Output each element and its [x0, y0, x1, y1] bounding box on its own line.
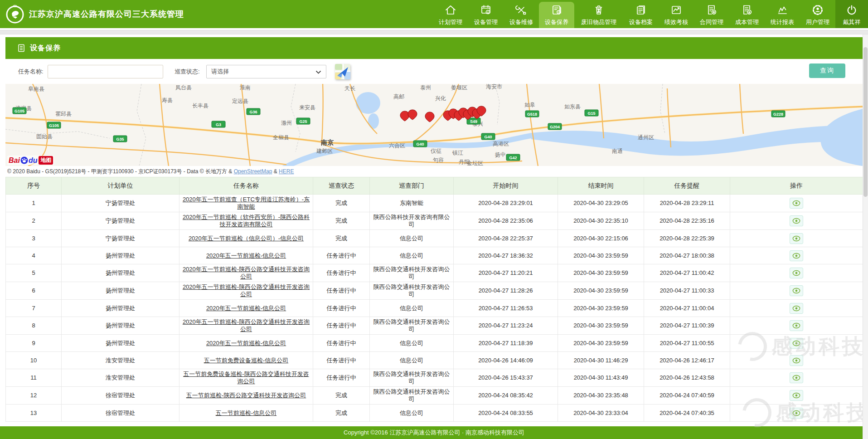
cell-status: 任务进行中	[313, 352, 370, 369]
view-button[interactable]	[790, 408, 803, 419]
gear-user-icon	[811, 3, 824, 17]
status-select[interactable]: 请选择	[206, 65, 326, 78]
vertical-scrollbar[interactable]	[863, 34, 868, 439]
baidu-paw-icon	[20, 156, 28, 164]
cell-start-time: 2020-04-26 15:43:37	[454, 369, 558, 387]
view-button[interactable]	[790, 390, 803, 401]
view-button[interactable]	[790, 372, 803, 383]
task-link[interactable]: 五一节前免费设备巡检-信息公司	[204, 357, 288, 364]
nav-item-device-repair[interactable]: 设备维修	[504, 0, 539, 28]
nav-item-device-management[interactable]: 设备管理	[468, 0, 504, 28]
nav-item-user-management[interactable]: 用户管理	[800, 0, 835, 28]
task-link[interactable]: 2020年五一节前巡检-陕西公路交通科技开发咨询公司	[183, 266, 310, 280]
table-row: 8扬州管理处2020年五一节前巡检-陕西公路交通科技开发咨询公司任务进行中陕西公…	[6, 317, 863, 335]
cell-start-time: 2020-04-27 11:20:21	[454, 264, 558, 282]
nav-item-device-maintenance[interactable]: 设备保养	[539, 2, 574, 28]
task-link[interactable]: 2020年五一节前巡检（信息公司）-信息公司	[189, 235, 304, 242]
view-button[interactable]	[790, 338, 803, 349]
view-button[interactable]	[790, 250, 803, 261]
road-shield: G105	[47, 122, 61, 128]
cell-remind-time: 2020-04-26 12:46:17	[644, 352, 730, 369]
cell-plan-unit: 徐宿管理处	[62, 387, 179, 405]
cell-status: 完成	[313, 230, 370, 247]
baidu-logo-map-tag: 地图	[39, 156, 53, 165]
task-link[interactable]: 2020年五一节前巡检-信息公司	[206, 305, 286, 312]
cell-plan-unit: 扬州管理处	[62, 282, 179, 300]
view-button[interactable]	[790, 320, 803, 331]
task-link[interactable]: 2020年五一节前巡检-信息公司	[206, 340, 286, 346]
nav-item-scrap-management[interactable]: 废旧物品管理	[574, 0, 623, 28]
cell-operation	[730, 405, 863, 422]
map-city-label: 通州区	[638, 134, 654, 141]
chart-box-icon	[669, 3, 683, 17]
cell-task-name: 五一节前巡检-陕西公路交通科技开发咨询公司	[179, 387, 313, 405]
cell-remind-time: 2020-04-28 22:35:16	[644, 212, 730, 230]
task-link[interactable]: 2020年五一节前巡检-陕西公路交通科技开发咨询公司	[183, 318, 310, 332]
map-city-label: 南京	[320, 139, 334, 146]
task-link[interactable]: 2020年五一节前巡查（ETC专用道江苏海岭）-东南智能	[183, 196, 310, 210]
cell-start-time: 2020-04-28 22:35:06	[454, 212, 558, 230]
cell-dept: 陕西公路交通科技开发咨询公司	[370, 369, 454, 387]
task-link[interactable]: 五一节前免费设备巡检-陕西公路交通科技开发咨询公司	[183, 371, 309, 385]
scrollbar-thumb[interactable]	[863, 47, 868, 197]
column-header: 开始时间	[454, 177, 558, 195]
calendar-gear-icon	[479, 3, 493, 17]
view-button[interactable]	[790, 355, 803, 366]
cell-operation	[730, 335, 863, 352]
cell-dept: 陕西公路交通科技开发咨询公司	[370, 282, 454, 300]
cell-dept: 信息公司	[370, 247, 454, 264]
here-link[interactable]: HERE	[279, 168, 294, 175]
map-locate-button[interactable]	[335, 63, 351, 80]
map-marker-pin[interactable]	[425, 112, 434, 122]
nav-item-plan-management[interactable]: 计划管理	[433, 0, 468, 28]
task-link[interactable]: 五一节前巡检-信息公司	[216, 410, 276, 416]
map-marker-pin[interactable]	[408, 110, 417, 120]
view-button[interactable]	[790, 285, 803, 296]
nav-item-contract-management[interactable]: 合同管理	[694, 0, 729, 28]
osm-link[interactable]: OpenStreetMap	[234, 168, 272, 175]
view-button[interactable]	[790, 233, 803, 244]
map-city-label: 金坛区	[466, 160, 483, 166]
svg-text:G25: G25	[299, 119, 307, 124]
nav-item-current-user[interactable]: 戴其祥	[835, 0, 868, 28]
task-link[interactable]: 2020年五一节前巡检-陕西公路交通科技开发咨询公司	[183, 283, 310, 298]
baidu-map[interactable]: 阜南县淮滨县霍邱县固始县凤台县淮南寿县长丰县定远县来安县滁州天长高邮兴化泰州姜堰…	[5, 84, 863, 166]
cell-remind-time: 2020-04-27 11:00:39	[644, 317, 730, 335]
query-button[interactable]: 查询	[809, 63, 845, 78]
map-city-label: 长丰县	[192, 102, 209, 109]
table-row: 9扬州管理处2020年五一节前巡检-信息公司任务进行中信息公司2020-04-2…	[6, 335, 863, 352]
nav-item-statistics-report[interactable]: 统计报表	[765, 0, 800, 28]
view-button[interactable]	[790, 215, 803, 226]
cell-status: 任务进行中	[313, 317, 370, 335]
task-name-input[interactable]	[48, 65, 163, 78]
road-shield: G25	[296, 118, 310, 124]
view-button[interactable]	[790, 198, 803, 209]
task-link[interactable]: 2020年五一节前巡检（软件西安所）-陕西公路科技开发咨询有限公司	[183, 214, 310, 228]
cell-task-name: 2020年五一节前巡检（信息公司）-信息公司	[179, 230, 313, 247]
cell-dept: 信息公司	[370, 405, 454, 422]
map-city-label: 阜南县	[28, 86, 44, 92]
cell-task-name: 2020年五一节前巡检-信息公司	[179, 300, 313, 317]
cell-end-time: 2020-04-30 23:59:59	[558, 300, 644, 317]
cell-operation	[730, 195, 863, 212]
cell-operation	[730, 212, 863, 230]
column-header: 计划单位	[62, 177, 179, 195]
nav-item-device-archive[interactable]: 设备档案	[623, 0, 659, 28]
map-marker-pin[interactable]	[400, 111, 409, 121]
map-city-label: 高港区	[493, 141, 509, 147]
cell-seq: 6	[6, 282, 62, 300]
view-button[interactable]	[790, 268, 803, 278]
cell-end-time: 2020-04-30 23:59:59	[558, 282, 644, 300]
cell-start-time: 2020-04-28 23:29:01	[454, 195, 558, 212]
cell-status: 完成	[313, 195, 370, 212]
nav-item-performance-assessment[interactable]: 绩效考核	[659, 0, 694, 28]
column-header: 操作	[730, 177, 863, 195]
nav-item-label: 废旧物品管理	[581, 18, 616, 26]
nav-item-cost-management[interactable]: 成本管理	[729, 0, 765, 28]
task-link[interactable]: 五一节前巡检-陕西公路交通科技开发咨询公司	[186, 392, 306, 399]
cell-status: 任务进行中	[313, 247, 370, 264]
map-city-label: 扬中	[495, 151, 506, 158]
task-link[interactable]: 2020年五一节前巡检-信息公司	[206, 252, 286, 259]
view-button[interactable]	[790, 303, 803, 314]
cell-task-name: 2020年五一节前巡检-陕西公路交通科技开发咨询公司	[179, 282, 313, 300]
